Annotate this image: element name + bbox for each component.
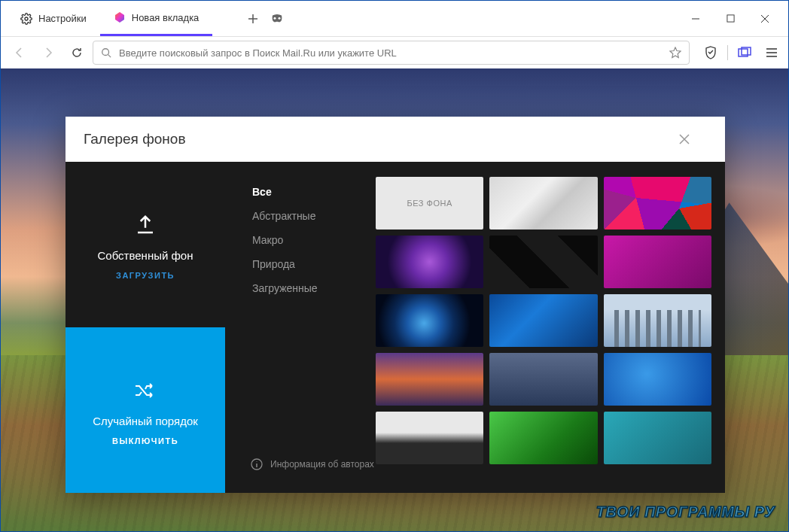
modal-close-button[interactable]: [662, 117, 707, 162]
category-macro[interactable]: Макро: [252, 228, 376, 252]
thumb-dark-tiles[interactable]: [489, 236, 597, 288]
gallery: БЕЗ ФОНА: [376, 162, 725, 493]
bookmark-star[interactable]: [669, 47, 681, 59]
svg-marker-1: [115, 12, 124, 23]
thumb-bw[interactable]: [376, 412, 483, 464]
private-mode-button[interactable]: [267, 8, 288, 29]
separator: [727, 45, 728, 60]
mask-icon: [270, 14, 284, 24]
thumb-no-background[interactable]: БЕЗ ФОНА: [376, 177, 483, 230]
tab-label: Новая вкладка: [132, 12, 200, 23]
nav-forward[interactable]: [35, 40, 61, 65]
random-title: Случайный порядок: [93, 415, 198, 427]
upload-icon: [134, 210, 157, 240]
thumb-planet[interactable]: [376, 294, 483, 347]
backgrounds-modal: Галерея фонов Собственный фон Загрузить: [65, 117, 725, 493]
close-icon: [760, 14, 769, 23]
modal-header: Галерея фонов: [65, 117, 725, 162]
svg-point-3: [279, 17, 281, 19]
minimize-icon: [691, 14, 700, 23]
reload-icon: [71, 47, 83, 59]
tab-newtab[interactable]: Новая вкладка: [100, 1, 213, 36]
shield-button[interactable]: [700, 42, 721, 63]
window-minimize[interactable]: [678, 8, 713, 30]
chevron-left-icon: [14, 47, 26, 59]
thumb-blue[interactable]: [604, 353, 711, 406]
tab-label: Настройки: [38, 13, 87, 24]
thumb-water[interactable]: [489, 294, 597, 347]
thumb-magenta[interactable]: [604, 236, 711, 288]
authors-info[interactable]: Информация об авторах: [251, 458, 376, 481]
category-all[interactable]: Все: [252, 180, 376, 204]
info-icon: [251, 458, 263, 470]
panels-icon: [738, 47, 751, 59]
thumb-bluegray[interactable]: [489, 353, 597, 406]
atom-icon: [114, 11, 126, 23]
search-icon: [101, 47, 111, 58]
svg-rect-4: [727, 15, 733, 22]
authors-info-label: Информация об авторах: [270, 459, 374, 470]
thumb-green[interactable]: [489, 412, 597, 464]
random-order-card[interactable]: Случайный порядок Выключить: [65, 327, 225, 493]
nav-reload[interactable]: [64, 40, 90, 65]
thumb-purple-orb[interactable]: [376, 236, 483, 288]
shield-icon: [705, 46, 717, 59]
tab-settings[interactable]: Настройки: [7, 1, 100, 36]
custom-background-card[interactable]: Собственный фон Загрузить: [65, 162, 225, 327]
custom-bg-title: Собственный фон: [98, 249, 193, 262]
menu-button[interactable]: [761, 42, 782, 63]
thumb-sunset[interactable]: [376, 353, 483, 406]
nav-back[interactable]: [7, 40, 32, 65]
svg-point-5: [102, 49, 109, 56]
gear-icon: [20, 13, 32, 25]
close-icon: [678, 133, 690, 145]
modal-sidebar: Собственный фон Загрузить Случайный поря…: [65, 162, 225, 493]
svg-point-0: [25, 17, 28, 20]
upload-button[interactable]: Загрузить: [116, 271, 175, 280]
category-nature[interactable]: Природа: [252, 252, 376, 276]
random-toggle-button[interactable]: Выключить: [112, 436, 178, 445]
star-icon: [669, 47, 681, 59]
svg-point-2: [274, 17, 276, 19]
content-area: ТВОИ ПРОГРАММЫ РУ Галерея фонов Собствен…: [1, 68, 788, 531]
new-tab-button[interactable]: [242, 8, 264, 29]
hamburger-icon: [766, 47, 778, 58]
toolbar: [1, 37, 788, 68]
thumb-teal[interactable]: [604, 412, 711, 464]
category-abstract[interactable]: Абстрактные: [252, 204, 376, 228]
thumb-abstract-gray[interactable]: [489, 177, 597, 230]
category-uploaded[interactable]: Загруженные: [252, 276, 376, 300]
thumb-buildings[interactable]: [604, 294, 711, 347]
thumb-stained-glass[interactable]: [604, 177, 711, 230]
chevron-right-icon: [42, 47, 54, 59]
urlbar[interactable]: [93, 41, 690, 65]
category-list: Все Абстрактные Макро Природа Загруженны…: [225, 162, 376, 493]
maximize-icon: [727, 14, 735, 23]
watermark: ТВОИ ПРОГРАММЫ РУ: [596, 503, 775, 521]
window-close[interactable]: [748, 8, 782, 30]
titlebar: Настройки Новая вкладка: [1, 1, 788, 37]
urlbar-input[interactable]: [119, 47, 662, 59]
shuffle-icon: [134, 375, 157, 406]
window-maximize[interactable]: [713, 8, 748, 30]
sidebar-button[interactable]: [734, 42, 755, 63]
plus-icon: [248, 14, 258, 24]
modal-title: Галерея фонов: [84, 131, 186, 147]
